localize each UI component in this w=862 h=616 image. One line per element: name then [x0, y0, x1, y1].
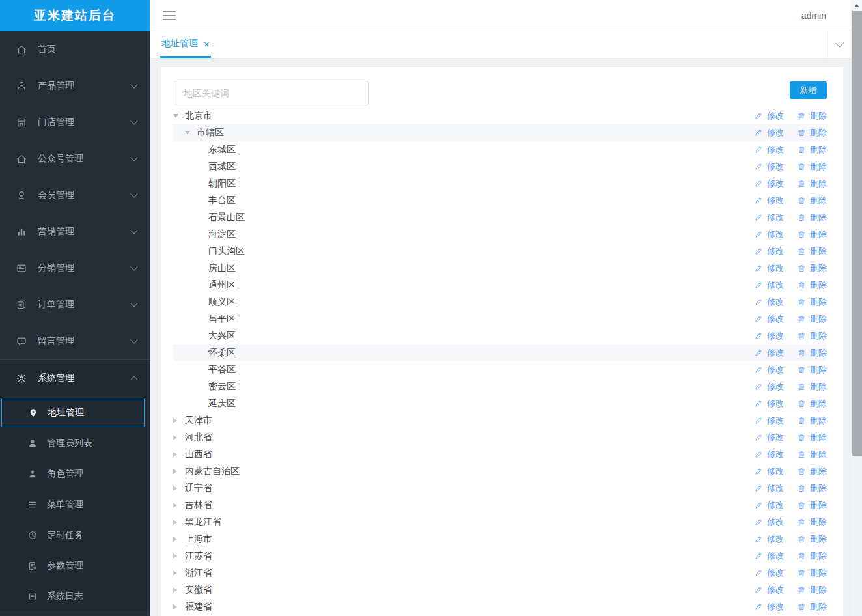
delete-link[interactable]: 删除 [797, 110, 827, 122]
edit-link[interactable]: 修改 [754, 567, 784, 579]
edit-link[interactable]: 修改 [754, 262, 784, 274]
expand-arrow-icon[interactable] [173, 452, 184, 457]
edit-link[interactable]: 修改 [754, 516, 784, 528]
delete-link[interactable]: 删除 [797, 567, 827, 579]
expand-arrow-icon[interactable] [173, 537, 184, 542]
delete-link[interactable]: 删除 [797, 279, 827, 291]
sidebar-item[interactable]: 公众号管理 [0, 141, 150, 177]
delete-link[interactable]: 删除 [797, 601, 827, 613]
edit-link[interactable]: 修改 [754, 313, 784, 325]
tree-row[interactable]: 东城区 修改 删除 [173, 141, 827, 158]
delete-link[interactable]: 删除 [797, 381, 827, 393]
tree-row[interactable]: 昌平区 修改 删除 [173, 311, 827, 328]
delete-link[interactable]: 删除 [797, 262, 827, 274]
tree-row[interactable]: 辽宁省 修改 删除 [173, 480, 827, 497]
tree-row[interactable]: 平谷区 修改 删除 [173, 361, 827, 378]
tree-row[interactable]: 天津市 修改 删除 [173, 412, 827, 429]
delete-link[interactable]: 删除 [797, 144, 827, 156]
sidebar-subitem[interactable]: 定时任务 [1, 521, 145, 550]
expand-arrow-icon[interactable] [185, 131, 195, 135]
tree-row[interactable]: 大兴区 修改 删除 [173, 328, 827, 344]
tree-row[interactable]: 市辖区 修改 删除 [173, 124, 827, 141]
delete-link[interactable]: 删除 [797, 415, 827, 427]
delete-link[interactable]: 删除 [797, 347, 827, 359]
delete-link[interactable]: 删除 [797, 398, 827, 410]
delete-link[interactable]: 删除 [797, 449, 827, 460]
tree-row[interactable]: 丰台区 修改 删除 [173, 192, 827, 209]
delete-link[interactable]: 删除 [797, 229, 827, 240]
edit-link[interactable]: 修改 [754, 296, 784, 308]
delete-link[interactable]: 删除 [797, 178, 827, 189]
tree-row[interactable]: 通州区 修改 删除 [173, 277, 827, 294]
edit-link[interactable]: 修改 [754, 550, 784, 562]
expand-arrow-icon[interactable] [173, 520, 184, 525]
search-input[interactable] [174, 81, 369, 105]
tree-row[interactable]: 门头沟区 修改 删除 [173, 243, 827, 260]
edit-link[interactable]: 修改 [754, 110, 784, 122]
add-button[interactable]: 新增 [790, 81, 827, 99]
page-scrollbar[interactable] [851, 0, 862, 616]
delete-link[interactable]: 删除 [797, 127, 827, 139]
expand-arrow-icon[interactable] [173, 503, 184, 508]
sidebar-subitem[interactable]: 地址管理 [1, 399, 145, 427]
tree-row[interactable]: 江苏省 修改 删除 [173, 548, 827, 565]
delete-link[interactable]: 删除 [797, 195, 827, 206]
menu-toggle-icon[interactable] [163, 11, 176, 20]
expand-arrow-icon[interactable] [173, 435, 184, 440]
sidebar-subitem[interactable]: 管理员列表 [1, 429, 145, 458]
tree-row[interactable]: 延庆区 修改 删除 [173, 395, 827, 412]
edit-link[interactable]: 修改 [754, 364, 784, 376]
delete-link[interactable]: 删除 [797, 330, 827, 342]
expand-arrow-icon[interactable] [173, 114, 184, 118]
tree-row[interactable]: 房山区 修改 删除 [173, 260, 827, 277]
edit-link[interactable]: 修改 [754, 449, 784, 460]
edit-link[interactable]: 修改 [754, 415, 784, 427]
sidebar-item[interactable]: 留言管理 [0, 323, 150, 359]
delete-link[interactable]: 删除 [797, 161, 827, 173]
tree-row[interactable]: 海淀区 修改 删除 [173, 226, 827, 243]
delete-link[interactable]: 删除 [797, 550, 827, 562]
tree-row[interactable]: 福建省 修改 删除 [173, 598, 827, 615]
delete-link[interactable]: 删除 [797, 516, 827, 528]
tree-row[interactable]: 吉林省 修改 删除 [173, 497, 827, 514]
sidebar-subitem[interactable]: 系统日志 [1, 582, 145, 611]
edit-link[interactable]: 修改 [754, 229, 784, 240]
sidebar-item[interactable]: 会员管理 [0, 177, 150, 214]
delete-link[interactable]: 删除 [797, 483, 827, 494]
tree-row[interactable]: 河北省 修改 删除 [173, 429, 827, 446]
edit-link[interactable]: 修改 [754, 127, 784, 139]
edit-link[interactable]: 修改 [754, 398, 784, 410]
tree-row[interactable]: 安徽省 修改 删除 [173, 581, 827, 598]
delete-link[interactable]: 删除 [797, 584, 827, 596]
edit-link[interactable]: 修改 [754, 195, 784, 206]
expand-arrow-icon[interactable] [173, 553, 184, 559]
expand-arrow-icon[interactable] [173, 587, 184, 593]
tab-options-dropdown[interactable] [827, 31, 851, 58]
edit-link[interactable]: 修改 [754, 347, 784, 359]
tree-row[interactable]: 西城区 修改 删除 [173, 158, 827, 175]
delete-link[interactable]: 删除 [797, 245, 827, 257]
delete-link[interactable]: 删除 [797, 313, 827, 325]
sidebar-item[interactable]: 订单管理 [0, 287, 150, 323]
edit-link[interactable]: 修改 [754, 533, 784, 545]
edit-link[interactable]: 修改 [754, 601, 784, 613]
expand-arrow-icon[interactable] [173, 604, 184, 609]
tree-row[interactable]: 怀柔区 修改 删除 [173, 344, 827, 361]
sidebar-item[interactable]: 分销管理 [0, 250, 150, 287]
tree-row[interactable]: 浙江省 修改 删除 [173, 565, 827, 581]
edit-link[interactable]: 修改 [754, 483, 784, 494]
tree-row[interactable]: 密云区 修改 删除 [173, 378, 827, 395]
expand-arrow-icon[interactable] [173, 570, 184, 576]
edit-link[interactable]: 修改 [754, 466, 784, 477]
tree-row[interactable]: 石景山区 修改 删除 [173, 209, 827, 226]
edit-link[interactable]: 修改 [754, 161, 784, 173]
edit-link[interactable]: 修改 [754, 499, 784, 511]
expand-arrow-icon[interactable] [173, 418, 184, 423]
delete-link[interactable]: 删除 [797, 296, 827, 308]
sidebar-item[interactable]: 门店管理 [0, 104, 150, 141]
sidebar-item[interactable]: 系统管理 [0, 360, 150, 397]
tab-address-management[interactable]: 地址管理 × [160, 31, 211, 58]
tree-row[interactable]: 内蒙古自治区 修改 删除 [173, 463, 827, 480]
sidebar-subitem[interactable]: 角色管理 [1, 460, 145, 488]
scrollbar-thumb[interactable] [852, 11, 862, 456]
